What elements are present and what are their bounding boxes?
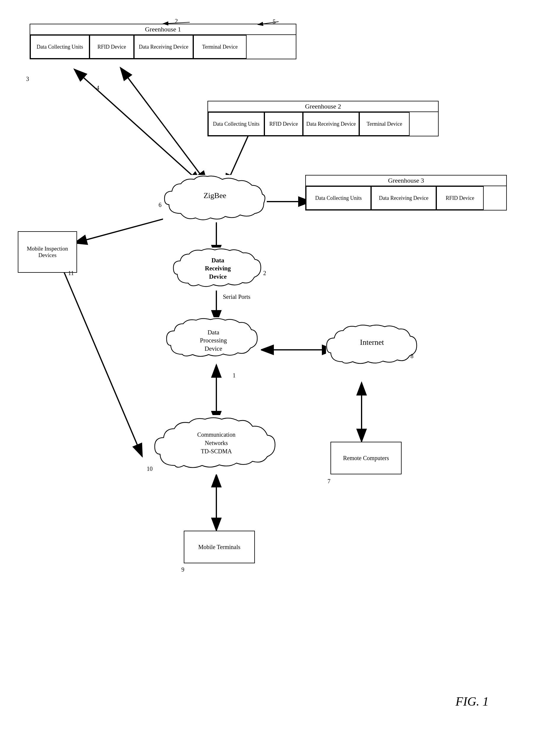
- gh3-data-collecting: Data Collecting Units: [306, 186, 371, 210]
- gh1-data-collecting: Data Collecting Units: [30, 35, 90, 59]
- gh1-terminal: Terminal Device: [193, 35, 247, 59]
- gh1-data-receiving: Data Receiving Device: [134, 35, 193, 59]
- svg-line-17: [258, 22, 278, 25]
- internet-cloud: Internet: [326, 323, 418, 369]
- fig-label: FIG. 1: [455, 694, 489, 709]
- gh1-rfid: RFID Device: [90, 35, 134, 59]
- greenhouse1-box: Greenhouse 1 Data Collecting Units RFID …: [30, 24, 296, 59]
- data-processing-number: 1: [233, 372, 236, 379]
- comm-networks-cloud: CommunicationNetworksTD-SCDMA: [154, 415, 278, 474]
- svg-line-15: [59, 261, 142, 457]
- greenhouse3-title: Greenhouse 3: [306, 176, 506, 186]
- remote-computers-box: Remote Computers: [330, 442, 402, 474]
- ref2-arrow: [160, 16, 196, 28]
- mobile-terminals-number: 9: [181, 566, 184, 573]
- remote-computers-number: 7: [327, 478, 330, 485]
- serial-ports-label: Serial Ports: [223, 294, 251, 300]
- internet-number: 8: [410, 353, 413, 360]
- zigbee-number: 6: [159, 202, 162, 208]
- data-receiving-number: 2: [263, 270, 266, 277]
- ref-4: 4: [96, 84, 99, 91]
- greenhouse3-box: Greenhouse 3 Data Collecting Units Data …: [305, 175, 507, 210]
- data-processing-cloud: DataProcessingDevice: [166, 317, 261, 362]
- gh3-data-receiving: Data Receiving Device: [371, 186, 436, 210]
- mobile-inspection-box: Mobile Inspection Devices: [18, 231, 77, 273]
- ref5-arrow: [255, 17, 284, 29]
- svg-line-4: [83, 77, 202, 184]
- gh3-rfid: RFID Device: [436, 186, 484, 210]
- mobile-inspection-number: 11: [68, 270, 74, 277]
- gh2-rfid: RFID Device: [265, 112, 303, 136]
- data-receiving-cloud: DataReceivingDevice: [172, 248, 264, 291]
- zigbee-cloud: ZigBee: [163, 175, 267, 222]
- greenhouse2-title: Greenhouse 2: [208, 101, 438, 112]
- diagram: Greenhouse 1 Data Collecting Units RFID …: [0, 0, 548, 756]
- gh2-terminal: Terminal Device: [359, 112, 410, 136]
- svg-line-16: [163, 22, 190, 24]
- mobile-terminals-box: Mobile Terminals: [184, 531, 255, 563]
- gh2-data-receiving: Data Receiving Device: [303, 112, 359, 136]
- greenhouse2-box: Greenhouse 2 Data Collecting Units RFID …: [208, 101, 439, 136]
- ref-3: 3: [26, 76, 29, 82]
- gh2-data-collecting: Data Collecting Units: [208, 112, 265, 136]
- comm-networks-number: 10: [147, 465, 153, 472]
- svg-line-5: [128, 77, 208, 184]
